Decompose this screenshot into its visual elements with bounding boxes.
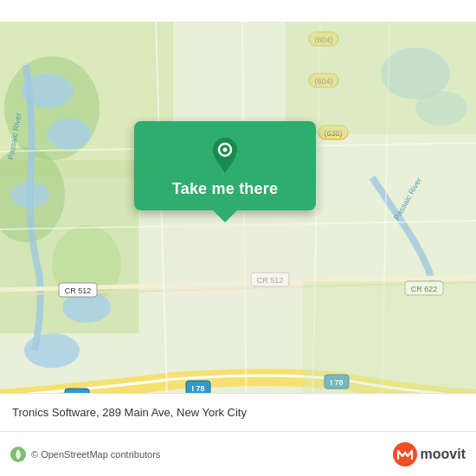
svg-rect-41 [286,22,476,134]
moovit-text: moovit [421,447,466,462]
svg-text:I 78: I 78 [191,384,204,393]
bottom-attribution-bar: © OpenStreetMap contributors moovit [0,431,476,476]
location-pin-icon [206,135,244,173]
moovit-logo: moovit [393,442,466,466]
svg-text:CR 512: CR 512 [65,286,92,295]
take-me-there-label: Take me there [172,180,278,198]
svg-point-7 [48,119,91,150]
take-me-there-button[interactable]: Take me there [134,121,316,210]
attribution-text: © OpenStreetMap contributors [31,449,393,460]
svg-rect-43 [164,221,303,307]
address-bar: Tronics Software, 289 Main Ave, New York… [0,393,476,431]
svg-point-10 [24,333,80,368]
moovit-icon [393,442,417,466]
svg-point-47 [223,148,228,152]
map-container: CR 512 CR 512 CR 622 I 78 I 78 I 78 (604… [0,0,476,476]
address-text: Tronics Software, 289 Main Ave, New York… [12,406,247,419]
osm-logo-icon [10,447,26,462]
svg-point-49 [393,442,417,466]
